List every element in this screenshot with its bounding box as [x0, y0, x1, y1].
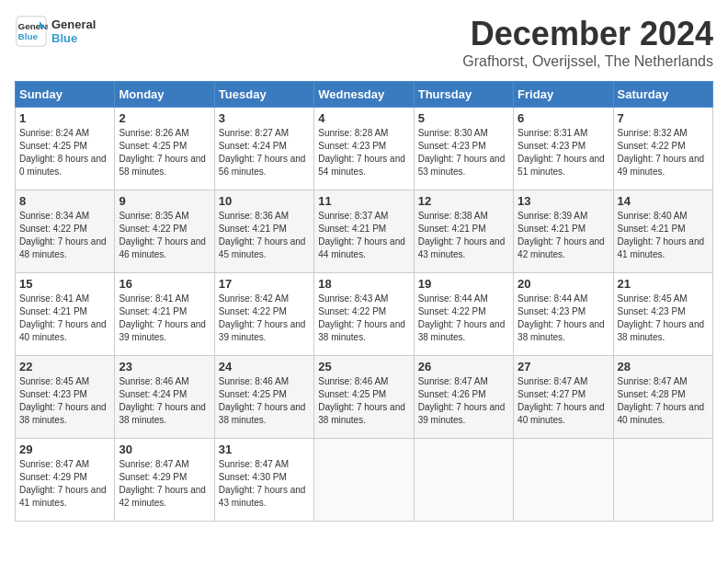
logo-line1: General [51, 17, 96, 31]
day-cell [314, 439, 414, 522]
day-cell: 2 Sunrise: 8:26 AMSunset: 4:25 PMDayligh… [115, 108, 214, 190]
col-header-thursday: Thursday [414, 82, 513, 108]
day-detail: Sunrise: 8:26 AMSunset: 4:25 PMDaylight:… [119, 128, 206, 177]
day-detail: Sunrise: 8:47 AMSunset: 4:27 PMDaylight:… [518, 376, 605, 425]
title-block: December 2024 Grafhorst, Overijssel, The… [462, 15, 713, 70]
col-header-friday: Friday [514, 82, 613, 108]
day-number: 26 [418, 360, 509, 373]
day-detail: Sunrise: 8:40 AMSunset: 4:21 PMDaylight:… [618, 211, 705, 259]
day-number: 6 [518, 111, 609, 125]
day-detail: Sunrise: 8:47 AMSunset: 4:29 PMDaylight:… [19, 459, 107, 508]
week-row-1: 1 Sunrise: 8:24 AMSunset: 4:25 PMDayligh… [16, 108, 713, 190]
day-number: 31 [219, 442, 310, 456]
day-cell: 30 Sunrise: 8:47 AMSunset: 4:29 PMDaylig… [115, 439, 214, 522]
day-cell: 8 Sunrise: 8:34 AMSunset: 4:22 PMDayligh… [16, 190, 115, 273]
day-detail: Sunrise: 8:45 AMSunset: 4:23 PMDaylight:… [618, 293, 705, 342]
day-number: 8 [19, 194, 110, 208]
day-number: 28 [618, 360, 709, 373]
day-detail: Sunrise: 8:43 AMSunset: 4:22 PMDaylight:… [318, 293, 405, 342]
day-cell: 21 Sunrise: 8:45 AMSunset: 4:23 PMDaylig… [613, 273, 712, 356]
col-header-sunday: Sunday [16, 82, 115, 108]
day-detail: Sunrise: 8:24 AMSunset: 4:25 PMDaylight:… [19, 128, 107, 177]
day-detail: Sunrise: 8:45 AMSunset: 4:23 PMDaylight:… [19, 376, 107, 425]
day-cell: 16 Sunrise: 8:41 AMSunset: 4:21 PMDaylig… [115, 273, 214, 356]
day-number: 20 [518, 277, 609, 291]
day-number: 27 [518, 360, 609, 373]
location-title: Grafhorst, Overijssel, The Netherlands [462, 53, 713, 70]
day-detail: Sunrise: 8:47 AMSunset: 4:26 PMDaylight:… [418, 376, 506, 425]
day-cell: 27 Sunrise: 8:47 AMSunset: 4:27 PMDaylig… [514, 356, 613, 439]
day-cell: 20 Sunrise: 8:44 AMSunset: 4:23 PMDaylig… [514, 273, 613, 356]
day-detail: Sunrise: 8:28 AMSunset: 4:23 PMDaylight:… [318, 128, 405, 177]
day-detail: Sunrise: 8:41 AMSunset: 4:21 PMDaylight:… [19, 293, 107, 342]
day-detail: Sunrise: 8:46 AMSunset: 4:25 PMDaylight:… [219, 376, 306, 425]
day-number: 2 [119, 111, 210, 125]
day-number: 16 [119, 277, 210, 291]
day-cell: 9 Sunrise: 8:35 AMSunset: 4:22 PMDayligh… [115, 190, 214, 273]
day-number: 7 [618, 111, 709, 125]
day-detail: Sunrise: 8:37 AMSunset: 4:21 PMDaylight:… [318, 211, 405, 259]
day-cell: 23 Sunrise: 8:46 AMSunset: 4:24 PMDaylig… [115, 356, 214, 439]
day-detail: Sunrise: 8:32 AMSunset: 4:22 PMDaylight:… [618, 128, 705, 177]
day-number: 3 [219, 111, 310, 125]
week-row-3: 15 Sunrise: 8:41 AMSunset: 4:21 PMDaylig… [16, 273, 713, 356]
day-number: 1 [19, 111, 110, 125]
day-cell [414, 439, 513, 522]
day-cell: 10 Sunrise: 8:36 AMSunset: 4:21 PMDaylig… [214, 190, 313, 273]
day-detail: Sunrise: 8:34 AMSunset: 4:22 PMDaylight:… [19, 211, 107, 259]
day-number: 4 [318, 111, 409, 125]
day-detail: Sunrise: 8:35 AMSunset: 4:22 PMDaylight:… [119, 211, 206, 259]
day-number: 22 [19, 360, 110, 373]
calendar-body: 1 Sunrise: 8:24 AMSunset: 4:25 PMDayligh… [16, 108, 713, 522]
day-detail: Sunrise: 8:39 AMSunset: 4:21 PMDaylight:… [518, 211, 605, 259]
day-cell: 15 Sunrise: 8:41 AMSunset: 4:21 PMDaylig… [16, 273, 115, 356]
svg-text:Blue: Blue [18, 31, 39, 41]
week-row-4: 22 Sunrise: 8:45 AMSunset: 4:23 PMDaylig… [16, 356, 713, 439]
day-detail: Sunrise: 8:47 AMSunset: 4:29 PMDaylight:… [119, 459, 206, 508]
day-cell: 19 Sunrise: 8:44 AMSunset: 4:22 PMDaylig… [414, 273, 513, 356]
page-header: General Blue General Blue December 2024 … [15, 15, 713, 70]
day-number: 13 [518, 194, 609, 208]
logo: General Blue General Blue [15, 15, 96, 48]
col-header-saturday: Saturday [613, 82, 712, 108]
day-cell: 24 Sunrise: 8:46 AMSunset: 4:25 PMDaylig… [214, 356, 313, 439]
day-cell: 29 Sunrise: 8:47 AMSunset: 4:29 PMDaylig… [16, 439, 115, 522]
logo-line2: Blue [51, 31, 96, 45]
day-number: 25 [318, 360, 409, 373]
day-cell: 26 Sunrise: 8:47 AMSunset: 4:26 PMDaylig… [414, 356, 513, 439]
day-cell: 11 Sunrise: 8:37 AMSunset: 4:21 PMDaylig… [314, 190, 414, 273]
col-header-wednesday: Wednesday [314, 82, 414, 108]
day-number: 9 [119, 194, 210, 208]
day-detail: Sunrise: 8:42 AMSunset: 4:22 PMDaylight:… [219, 293, 306, 342]
day-cell: 5 Sunrise: 8:30 AMSunset: 4:23 PMDayligh… [414, 108, 513, 190]
day-detail: Sunrise: 8:36 AMSunset: 4:21 PMDaylight:… [219, 211, 306, 259]
day-number: 11 [318, 194, 409, 208]
day-number: 12 [418, 194, 509, 208]
day-detail: Sunrise: 8:38 AMSunset: 4:21 PMDaylight:… [418, 211, 506, 259]
day-number: 29 [19, 442, 110, 456]
day-cell: 17 Sunrise: 8:42 AMSunset: 4:22 PMDaylig… [214, 273, 313, 356]
month-title: December 2024 [462, 15, 713, 53]
day-cell: 1 Sunrise: 8:24 AMSunset: 4:25 PMDayligh… [16, 108, 115, 190]
day-number: 10 [219, 194, 310, 208]
day-detail: Sunrise: 8:30 AMSunset: 4:23 PMDaylight:… [418, 128, 506, 177]
col-header-monday: Monday [115, 82, 214, 108]
day-cell: 14 Sunrise: 8:40 AMSunset: 4:21 PMDaylig… [613, 190, 712, 273]
day-number: 24 [219, 360, 310, 373]
day-cell: 22 Sunrise: 8:45 AMSunset: 4:23 PMDaylig… [16, 356, 115, 439]
day-number: 18 [318, 277, 409, 291]
day-cell: 4 Sunrise: 8:28 AMSunset: 4:23 PMDayligh… [314, 108, 414, 190]
week-row-5: 29 Sunrise: 8:47 AMSunset: 4:29 PMDaylig… [16, 439, 713, 522]
day-number: 23 [119, 360, 210, 373]
day-detail: Sunrise: 8:44 AMSunset: 4:23 PMDaylight:… [518, 293, 605, 342]
day-number: 21 [618, 277, 709, 291]
day-number: 15 [19, 277, 110, 291]
day-cell: 18 Sunrise: 8:43 AMSunset: 4:22 PMDaylig… [314, 273, 414, 356]
day-cell: 31 Sunrise: 8:47 AMSunset: 4:30 PMDaylig… [214, 439, 313, 522]
day-detail: Sunrise: 8:47 AMSunset: 4:28 PMDaylight:… [618, 376, 705, 425]
day-cell [613, 439, 712, 522]
day-number: 30 [119, 442, 210, 456]
day-cell: 7 Sunrise: 8:32 AMSunset: 4:22 PMDayligh… [613, 108, 712, 190]
day-cell: 25 Sunrise: 8:46 AMSunset: 4:25 PMDaylig… [314, 356, 414, 439]
day-detail: Sunrise: 8:27 AMSunset: 4:24 PMDaylight:… [219, 128, 306, 177]
